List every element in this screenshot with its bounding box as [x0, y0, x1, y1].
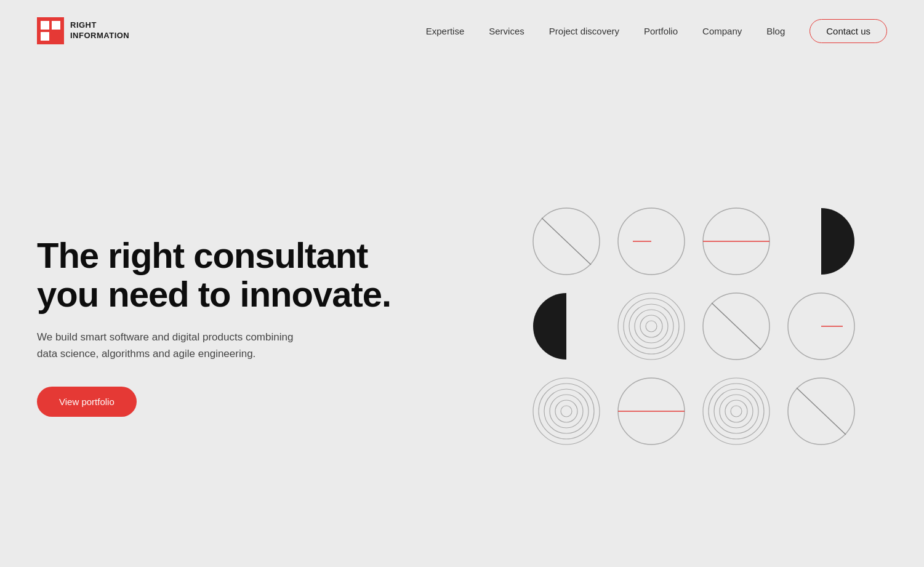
hero-title: The right consultantyou need to innovate… [37, 236, 505, 315]
circle-concentric-3 [699, 374, 773, 448]
svg-point-22 [539, 384, 594, 439]
logo[interactable]: RIGHT INFORMATION [37, 17, 129, 44]
svg-point-29 [703, 378, 769, 444]
logo-text: RIGHT INFORMATION [70, 20, 129, 41]
svg-point-11 [618, 293, 685, 360]
svg-point-26 [561, 406, 572, 417]
main-nav: Expertise Services Project discovery Por… [426, 19, 887, 43]
svg-point-32 [720, 395, 753, 428]
view-portfolio-button[interactable]: View portfolio [37, 387, 137, 417]
nav-services[interactable]: Services [489, 26, 524, 36]
svg-line-6 [542, 218, 591, 265]
hero-text-area: The right consultantyou need to innovate… [37, 223, 505, 417]
svg-point-24 [550, 395, 583, 428]
circle-small-red-line-1 [614, 204, 688, 278]
svg-point-15 [640, 315, 662, 337]
svg-rect-2 [41, 32, 49, 41]
svg-point-33 [725, 400, 747, 422]
svg-line-18 [712, 303, 761, 350]
circle-black-half-right [784, 204, 858, 278]
svg-point-21 [533, 378, 600, 444]
circle-diagonal-1 [529, 204, 603, 278]
svg-point-31 [714, 389, 758, 433]
svg-line-36 [797, 388, 846, 435]
logo-icon [37, 17, 64, 44]
circle-black-crescent [529, 289, 603, 363]
svg-rect-3 [52, 21, 60, 30]
svg-point-25 [555, 400, 577, 422]
nav-company[interactable]: Company [702, 26, 742, 36]
circle-diagonal-3 [784, 374, 858, 448]
svg-point-16 [646, 321, 657, 332]
svg-rect-1 [41, 21, 49, 30]
svg-point-12 [624, 299, 679, 354]
nav-project-discovery[interactable]: Project discovery [549, 26, 619, 36]
nav-portfolio[interactable]: Portfolio [644, 26, 678, 36]
circle-diagonal-2 [699, 289, 773, 363]
svg-point-13 [629, 304, 673, 348]
svg-point-23 [544, 389, 589, 433]
main-section: The right consultantyou need to innovate… [0, 62, 924, 542]
nav-expertise[interactable]: Expertise [426, 26, 465, 36]
svg-point-30 [709, 384, 764, 439]
circle-red-center-line [614, 374, 688, 448]
svg-point-14 [635, 310, 668, 343]
circles-grid [505, 192, 887, 448]
hero-subtitle: We build smart software and digital prod… [37, 329, 345, 362]
circle-concentric-1 [614, 289, 688, 363]
svg-rect-4 [55, 36, 60, 41]
site-header: RIGHT INFORMATION Expertise Services Pro… [0, 0, 924, 62]
svg-point-34 [731, 406, 742, 417]
contact-button[interactable]: Contact us [810, 19, 887, 43]
nav-blog[interactable]: Blog [766, 26, 785, 36]
circle-red-line-full [699, 204, 773, 278]
circle-concentric-2 [529, 374, 603, 448]
circle-small-red-line-2 [784, 289, 858, 363]
